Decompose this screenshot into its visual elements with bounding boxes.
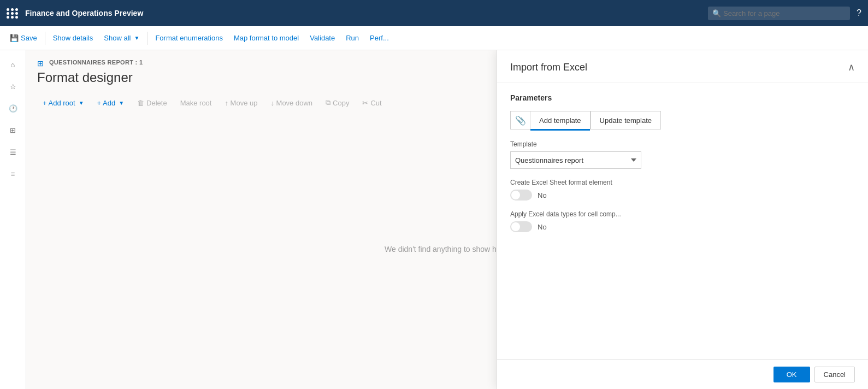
ok-button[interactable]: OK [773, 367, 810, 382]
breadcrumb: QUESTIONNAIRES REPORT : 1 [49, 59, 143, 66]
sidebar-recent-icon[interactable]: 🕐 [2, 98, 24, 118]
panel-footer: OK Cancel [497, 359, 868, 389]
move-up-button[interactable]: ↑ Move up [219, 97, 263, 109]
apply-excel-toggle-group: No [510, 221, 855, 232]
add-template-button[interactable]: Add template [530, 111, 591, 129]
cut-icon: ✂ [362, 99, 368, 107]
perf-button[interactable]: Perf... [365, 32, 393, 44]
save-icon: 💾 [10, 34, 19, 42]
panel-header: Import from Excel ∧ [497, 50, 868, 82]
create-sheet-form-group: Create Excel Sheet format element No [510, 179, 855, 201]
add-root-chevron: ▼ [79, 100, 84, 106]
sidebar-workspaces-icon[interactable]: ⊞ [2, 120, 24, 140]
filter-icon: ⊞ [37, 59, 44, 68]
apply-excel-label: Apply Excel data types for cell comp... [510, 210, 855, 218]
show-details-button[interactable]: Show details [49, 32, 98, 44]
apply-excel-toggle[interactable] [510, 221, 532, 232]
search-wrapper: 🔍 [708, 7, 850, 20]
top-bar: Finance and Operations Preview 🔍 ? [0, 0, 868, 26]
create-sheet-value: No [538, 191, 547, 199]
apply-excel-value: No [538, 223, 547, 231]
add-root-button[interactable]: + Add root ▼ [37, 97, 90, 109]
import-panel: Import from Excel ∧ Parameters 📎 Add tem… [497, 50, 868, 389]
secondary-toolbar: 💾 Save Show details Show all ▼ Format en… [0, 26, 868, 50]
format-enumerations-button[interactable]: Format enumerations [151, 32, 227, 44]
app-title: Finance and Operations Preview [25, 9, 701, 17]
template-label: Template [510, 140, 855, 148]
delete-icon: 🗑 [137, 99, 144, 107]
map-format-button[interactable]: Map format to model [229, 32, 303, 44]
params-section-title: Parameters [510, 93, 855, 102]
clip-button[interactable]: 📎 [510, 111, 530, 129]
toolbar-divider-2 [147, 32, 147, 45]
create-sheet-label: Create Excel Sheet format element [510, 179, 855, 186]
show-all-button[interactable]: Show all ▼ [99, 32, 144, 44]
show-all-chevron: ▼ [134, 35, 140, 41]
save-button[interactable]: 💾 Save [5, 32, 42, 44]
search-input[interactable] [708, 7, 850, 20]
run-button[interactable]: Run [341, 32, 363, 44]
panel-body: Parameters 📎 Add template Update templat… [497, 82, 868, 359]
app-menu-icon[interactable] [7, 8, 19, 19]
left-sidebar: ⌂ ☆ 🕐 ⊞ ☰ ≡ [0, 50, 26, 389]
template-buttons-row: 📎 Add template Update template [510, 111, 855, 129]
cut-button[interactable]: ✂ Cut [357, 97, 387, 109]
create-sheet-toggle[interactable] [510, 190, 532, 201]
create-sheet-toggle-group: No [510, 190, 855, 201]
sidebar-home-icon[interactable]: ⌂ [2, 55, 24, 74]
cancel-button[interactable]: Cancel [814, 367, 855, 382]
validate-button[interactable]: Validate [305, 32, 339, 44]
copy-icon: ⧉ [326, 98, 330, 107]
content-area: ⊞ QUESTIONNAIRES REPORT : 1 Format desig… [26, 50, 868, 389]
apply-excel-form-group: Apply Excel data types for cell comp... … [510, 210, 855, 232]
add-chevron: ▼ [119, 100, 124, 106]
copy-button[interactable]: ⧉ Copy [320, 96, 355, 109]
panel-title: Import from Excel [510, 62, 587, 73]
make-root-button[interactable]: Make root [175, 97, 217, 109]
delete-button[interactable]: 🗑 Delete [132, 97, 173, 109]
update-template-button[interactable]: Update template [591, 111, 661, 129]
move-down-button[interactable]: ↓ Move down [265, 97, 318, 109]
sidebar-nav-icon[interactable]: ≡ [2, 164, 24, 184]
help-icon[interactable]: ? [857, 8, 861, 18]
add-button[interactable]: + Add ▼ [92, 97, 130, 109]
sidebar-modules-icon[interactable]: ☰ [2, 142, 24, 162]
template-form-group: Template Questionnaires report [510, 140, 855, 169]
panel-collapse-button[interactable]: ∧ [848, 61, 855, 73]
toolbar-divider-1 [45, 32, 45, 45]
template-select[interactable]: Questionnaires report [510, 151, 641, 169]
main-layout: ⌂ ☆ 🕐 ⊞ ☰ ≡ ⊞ QUESTIONNAIRES REPORT : 1 … [0, 50, 868, 389]
sidebar-favorites-icon[interactable]: ☆ [2, 76, 24, 96]
